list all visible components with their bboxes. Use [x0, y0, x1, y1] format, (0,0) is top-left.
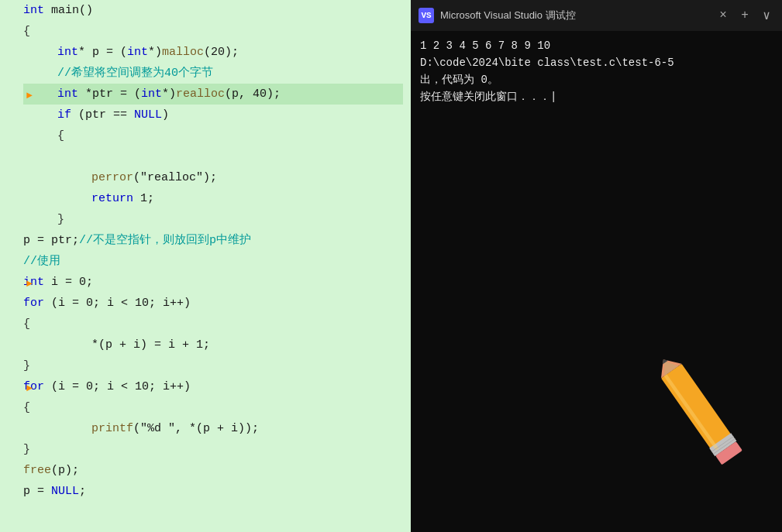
code-token: int — [141, 84, 162, 105]
debugger-arrow-icon: ► — [26, 273, 33, 294]
code-line: { — [23, 397, 403, 418]
code-token: p = ptr; — [23, 230, 79, 251]
code-token: NULL — [51, 481, 79, 502]
code-token: *) — [162, 84, 176, 105]
code-line: return 1; — [23, 188, 403, 209]
code-token: //不是空指针，则放回到p中维护 — [79, 230, 251, 251]
code-token: i = 0; — [44, 272, 93, 293]
code-line: } — [23, 209, 403, 230]
code-token: NULL — [134, 105, 162, 125]
code-line — [23, 146, 403, 167]
debugger-arrow-icon: ► — [26, 85, 33, 106]
code-token: realloc — [176, 84, 225, 105]
terminal-output-line: 1 2 3 4 5 6 7 8 9 10 — [420, 37, 773, 54]
code-line: printf("%d ", *(p + i)); — [23, 418, 403, 439]
code-token: (i = 0; i < 10; i++) — [44, 293, 191, 314]
code-token: return — [91, 188, 133, 209]
code-token: (p, 40); — [225, 84, 281, 105]
terminal-body: 1 2 3 4 5 6 7 8 9 10D:\code\2024\bite cl… — [411, 31, 782, 532]
code-token: free — [23, 460, 51, 481]
code-token: int — [127, 42, 148, 63]
terminal-titlebar: VS Microsoft Visual Studio 调试控 × + ∨ — [411, 0, 782, 31]
code-token: int — [57, 84, 78, 105]
code-token: { — [23, 21, 30, 42]
code-token: //希望将空间调整为40个字节 — [57, 63, 213, 84]
code-token: main() — [44, 0, 93, 21]
terminal-chevron-button[interactable]: ∨ — [759, 8, 774, 23]
code-line: { — [23, 21, 403, 42]
terminal-app-icon: VS — [419, 8, 434, 23]
terminal-panel: VS Microsoft Visual Studio 调试控 × + ∨ 1 2… — [411, 0, 782, 532]
code-line: ►int i = 0; — [23, 272, 403, 293]
code-line: p = NULL; — [23, 481, 403, 502]
pencil-illustration — [642, 346, 766, 486]
code-token: { — [23, 397, 30, 418]
code-editor-panel: int main(){int* p = (int*)malloc(20);//希… — [0, 0, 411, 532]
code-token: (ptr == — [71, 105, 134, 125]
code-token: if — [57, 105, 71, 125]
code-token: } — [57, 209, 64, 230]
code-token: ) — [162, 105, 169, 125]
code-token: //使用 — [23, 251, 60, 272]
code-token: { — [57, 125, 64, 146]
code-line: p = ptr;//不是空指针，则放回到p中维护 — [23, 230, 403, 251]
code-token: (p); — [51, 460, 79, 481]
code-token: *) — [148, 42, 162, 63]
code-token: ("realloc"); — [133, 167, 217, 188]
code-token: { — [23, 314, 30, 335]
code-line: free(p); — [23, 460, 403, 481]
code-token: ("%d ", *(p + i)); — [133, 418, 259, 439]
code-token: int — [23, 0, 44, 21]
code-token: p = — [23, 481, 51, 502]
code-line: if (ptr == NULL) — [23, 105, 403, 125]
code-content: int main(){int* p = (int*)malloc(20);//希… — [0, 0, 411, 502]
terminal-output-line: 按任意键关闭此窗口．．．| — [420, 88, 773, 105]
code-line: { — [23, 125, 403, 146]
code-token: (20); — [204, 42, 239, 63]
code-token: * p = ( — [78, 42, 127, 63]
code-token: *(p + i) = i + 1; — [91, 335, 210, 355]
code-token: (i = 0; i < 10; i++) — [44, 376, 191, 397]
code-line: } — [23, 439, 403, 460]
code-line: ►for (i = 0; i < 10; i++) — [23, 376, 403, 397]
code-line: int main() — [23, 0, 403, 21]
code-line: int* p = (int*)malloc(20); — [23, 42, 403, 63]
code-line: perror("realloc"); — [23, 167, 403, 188]
debugger-arrow-icon: ► — [26, 378, 33, 399]
code-line: } — [23, 355, 403, 376]
code-token: } — [23, 439, 30, 460]
terminal-add-button[interactable]: + — [737, 8, 753, 23]
code-token: perror — [91, 167, 133, 188]
terminal-output-line: D:\code\2024\bite class\test.c\test-6-5 — [420, 54, 773, 71]
code-line: //希望将空间调整为40个字节 — [23, 63, 403, 84]
code-token: *ptr = ( — [78, 84, 141, 105]
code-line: { — [23, 314, 403, 335]
code-line: for (i = 0; i < 10; i++) — [23, 293, 403, 314]
terminal-output-line: 出，代码为 0。 — [420, 71, 773, 88]
code-token: malloc — [162, 42, 204, 63]
code-line: ►int *ptr = (int*)realloc(p, 40); — [23, 84, 403, 105]
code-line: *(p + i) = i + 1; — [23, 335, 403, 355]
code-token: ; — [79, 481, 86, 502]
code-token: int — [57, 42, 78, 63]
code-token: } — [23, 355, 30, 376]
code-line: //使用 — [23, 251, 403, 272]
code-token: printf — [91, 418, 133, 439]
terminal-close-button[interactable]: × — [715, 8, 731, 23]
code-token: 1; — [133, 188, 154, 209]
terminal-title: Microsoft Visual Studio 调试控 — [440, 9, 709, 22]
code-token: for — [23, 293, 44, 314]
